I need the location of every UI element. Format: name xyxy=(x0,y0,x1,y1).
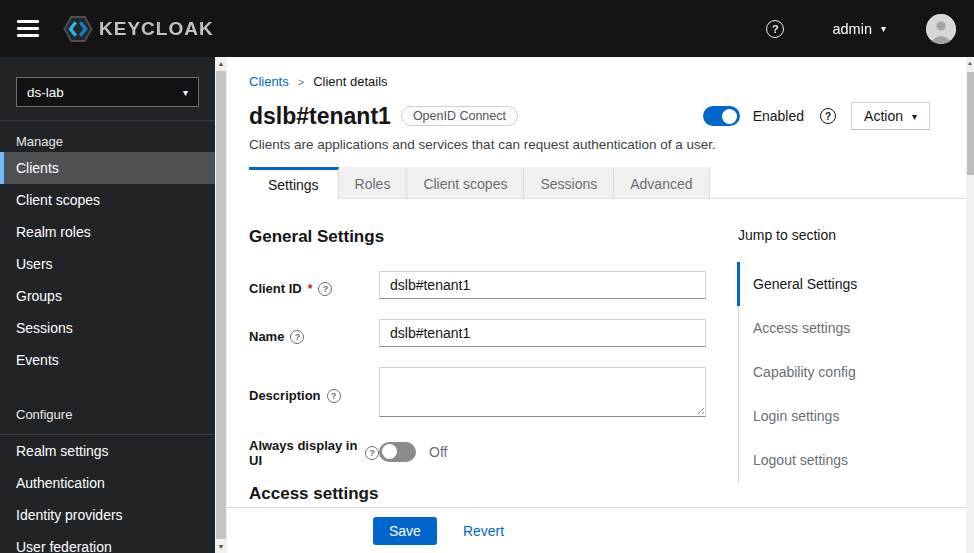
masthead: KEYCLOAK ? admin ▾ xyxy=(0,0,974,57)
page-title: dslb#tenant1 xyxy=(249,103,391,130)
client-id-input[interactable] xyxy=(379,271,706,299)
revert-link[interactable]: Revert xyxy=(463,523,504,539)
description-help-icon[interactable]: ? xyxy=(327,389,341,403)
jump-link-logout-settings[interactable]: Logout settings xyxy=(739,438,966,482)
save-button[interactable]: Save xyxy=(373,517,437,545)
page-subtitle: Clients are applications and services th… xyxy=(249,137,966,152)
scroll-up-icon[interactable]: ▲ xyxy=(215,57,227,70)
page-scrollbar[interactable]: ▲ xyxy=(966,57,974,553)
avatar[interactable] xyxy=(926,14,956,44)
always-display-toggle[interactable] xyxy=(379,442,416,462)
sidebar-item-user-federation[interactable]: User federation xyxy=(0,531,215,553)
settings-form: General Settings Client ID * ? Name ? xyxy=(249,227,706,504)
keycloak-logo-icon xyxy=(63,14,93,44)
section-general-settings: General Settings xyxy=(249,227,706,247)
action-dropdown-button[interactable]: Action ▾ xyxy=(851,102,930,130)
sidebar: ds-lab ▾ Manage Clients Client scopes Re… xyxy=(0,57,215,553)
client-id-help-icon[interactable]: ? xyxy=(318,282,332,296)
tab-bar: Settings Roles Client scopes Sessions Ad… xyxy=(249,167,966,199)
jump-link-general-settings[interactable]: General Settings xyxy=(739,262,966,306)
sidebar-item-realm-roles[interactable]: Realm roles xyxy=(0,216,215,248)
description-label: Description xyxy=(249,388,321,403)
always-display-help-icon[interactable]: ? xyxy=(365,446,379,460)
sidebar-item-identity-providers[interactable]: Identity providers xyxy=(0,499,215,531)
enabled-help-icon[interactable]: ? xyxy=(820,108,836,124)
protocol-badge: OpenID Connect xyxy=(401,106,518,126)
tab-advanced[interactable]: Advanced xyxy=(614,167,709,198)
breadcrumb: Clients > Client details xyxy=(249,57,966,89)
nav-group-title-configure: Configure xyxy=(0,394,215,425)
breadcrumb-separator: > xyxy=(298,76,304,88)
caret-down-icon: ▾ xyxy=(912,111,917,122)
section-access-settings: Access settings xyxy=(249,484,706,504)
user-avatar-icon xyxy=(926,14,956,44)
always-display-state: Off xyxy=(429,444,447,460)
sidebar-scrollbar[interactable]: ▲ ▼ xyxy=(215,57,227,553)
sidebar-item-realm-settings[interactable]: Realm settings xyxy=(0,435,215,467)
always-display-label: Always display in UI xyxy=(249,438,359,468)
caret-down-icon: ▾ xyxy=(183,87,188,98)
sidebar-item-groups[interactable]: Groups xyxy=(0,280,215,312)
form-action-bar: Save Revert xyxy=(227,507,966,553)
jump-link-login-settings[interactable]: Login settings xyxy=(739,394,966,438)
sidebar-item-clients[interactable]: Clients xyxy=(0,152,215,184)
client-id-row: Client ID * ? xyxy=(249,271,706,299)
tab-sessions[interactable]: Sessions xyxy=(524,167,614,198)
caret-down-icon: ▾ xyxy=(881,23,886,34)
action-label: Action xyxy=(864,108,903,124)
client-id-label: Client ID xyxy=(249,281,302,296)
keycloak-logo: KEYCLOAK xyxy=(63,14,214,44)
enabled-label: Enabled xyxy=(753,108,804,124)
always-display-row: Always display in UI ? Off xyxy=(249,435,706,468)
breadcrumb-current: Client details xyxy=(313,74,387,89)
jump-to-section-panel: Jump to section General Settings Access … xyxy=(738,227,966,504)
name-help-icon[interactable]: ? xyxy=(290,330,304,344)
tab-roles[interactable]: Roles xyxy=(339,167,408,198)
user-menu[interactable]: admin ▾ xyxy=(832,21,886,37)
username-label: admin xyxy=(832,21,872,37)
scroll-up-icon[interactable]: ▲ xyxy=(966,57,974,69)
realm-selector[interactable]: ds-lab ▾ xyxy=(16,77,199,107)
enabled-toggle[interactable] xyxy=(703,106,740,126)
sidebar-item-authentication[interactable]: Authentication xyxy=(0,467,215,499)
description-row: Description ? xyxy=(249,367,706,417)
nav-group-title-manage: Manage xyxy=(0,121,215,152)
sidebar-item-users[interactable]: Users xyxy=(0,248,215,280)
jump-title: Jump to section xyxy=(738,227,966,243)
breadcrumb-clients-link[interactable]: Clients xyxy=(249,74,289,89)
sidebar-item-events[interactable]: Events xyxy=(0,344,215,376)
sidebar-item-sessions[interactable]: Sessions xyxy=(0,312,215,344)
hamburger-menu-icon[interactable] xyxy=(17,16,39,41)
sidebar-scrollbar-thumb[interactable] xyxy=(216,71,226,539)
required-asterisk: * xyxy=(308,282,313,296)
help-icon[interactable]: ? xyxy=(766,20,784,38)
description-textarea[interactable] xyxy=(379,367,706,417)
product-name: KEYCLOAK xyxy=(99,18,214,40)
tab-settings[interactable]: Settings xyxy=(249,167,339,199)
name-row: Name ? xyxy=(249,319,706,347)
realm-name: ds-lab xyxy=(27,85,64,100)
page-scrollbar-thumb[interactable] xyxy=(967,72,974,175)
sidebar-item-client-scopes[interactable]: Client scopes xyxy=(0,184,215,216)
name-label: Name xyxy=(249,329,284,344)
name-input[interactable] xyxy=(379,319,706,347)
main-content: Clients > Client details dslb#tenant1 Op… xyxy=(227,57,966,553)
jump-link-access-settings[interactable]: Access settings xyxy=(739,306,966,350)
jump-link-capability-config[interactable]: Capability config xyxy=(739,350,966,394)
scroll-down-icon[interactable]: ▼ xyxy=(215,540,227,553)
tab-client-scopes[interactable]: Client scopes xyxy=(407,167,524,198)
